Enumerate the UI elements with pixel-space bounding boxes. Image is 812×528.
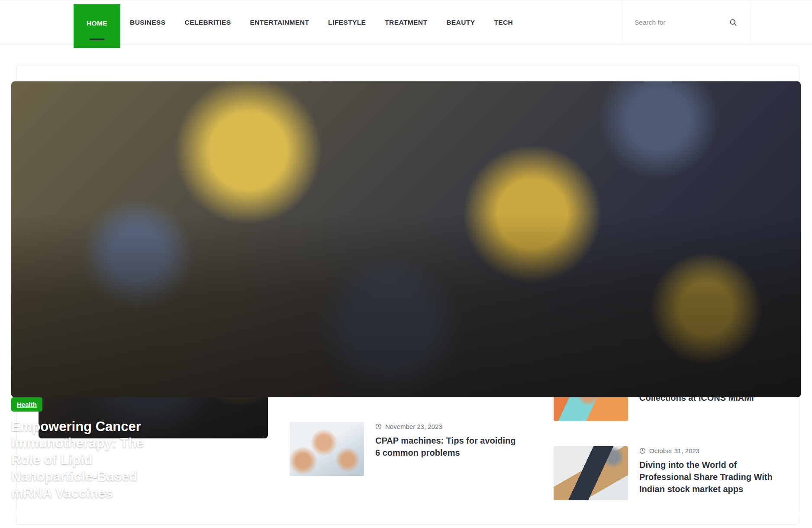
- search-icon[interactable]: [729, 18, 738, 27]
- nav-link-lifestyle[interactable]: LIFESTYLE: [328, 19, 366, 26]
- featured-overlay: Health Empowering Cancer Immunotherapy: …: [0, 81, 812, 528]
- main-menu: HOME BUSINESS CELEBRITIES ENTERTAINMENT …: [74, 0, 532, 45]
- nav-link-business[interactable]: BUSINESS: [130, 19, 165, 26]
- nav-link-tech[interactable]: TECH: [494, 19, 513, 26]
- nav-item-business[interactable]: BUSINESS: [130, 0, 165, 45]
- nav-link-entertainment[interactable]: ENTERTAINMENT: [250, 19, 309, 26]
- person-circle-icon: [11, 510, 19, 518]
- featured-fire: 4: [788, 510, 801, 518]
- nav-item-home[interactable]: HOME: [74, 4, 120, 48]
- search-input[interactable]: [635, 19, 724, 26]
- flame-icon: [788, 510, 794, 518]
- featured-article: Health Empowering Cancer Immunotherapy: …: [39, 122, 268, 500]
- nav-link-celebrities[interactable]: CELEBRITIES: [185, 19, 231, 26]
- featured-meta: Jason April 29, 2024: [11, 510, 801, 518]
- featured-fire-count: 4: [797, 510, 801, 518]
- featured-author-name: Jason: [22, 510, 40, 518]
- nav-item-beauty[interactable]: BEAUTY: [446, 0, 475, 45]
- latest-news-card: Latest News All Blog Business Celebritie…: [16, 65, 799, 525]
- featured-date: April 29, 2024: [48, 510, 100, 518]
- featured-article-title[interactable]: Empowering Cancer Immunotherapy: The Rol…: [11, 419, 167, 502]
- articles-grid: Health Empowering Cancer Immunotherapy: …: [39, 122, 777, 500]
- nav-item-entertainment[interactable]: ENTERTAINMENT: [250, 0, 309, 45]
- nav-link-treatment[interactable]: TREATMENT: [385, 19, 427, 26]
- nav-item-tech[interactable]: TECH: [494, 0, 513, 45]
- featured-article-image[interactable]: [11, 81, 801, 397]
- nav-item-lifestyle[interactable]: LIFESTYLE: [328, 0, 366, 45]
- top-navbar: HOME BUSINESS CELEBRITIES ENTERTAINMENT …: [0, 0, 812, 45]
- nav-item-celebrities[interactable]: CELEBRITIES: [185, 0, 231, 45]
- nav-link-beauty[interactable]: BEAUTY: [446, 19, 475, 26]
- category-badge[interactable]: Health: [11, 397, 42, 412]
- page: HOME BUSINESS CELEBRITIES ENTERTAINMENT …: [0, 0, 812, 528]
- featured-author[interactable]: Jason: [11, 510, 40, 518]
- search-form: [623, 3, 749, 42]
- speech-bubble-icon: [767, 510, 774, 518]
- featured-comments-count: 0: [777, 510, 780, 518]
- clock-icon: [48, 511, 55, 518]
- nav-link-home[interactable]: HOME: [87, 19, 107, 27]
- featured-comments: 0: [767, 510, 780, 518]
- nav-item-treatment[interactable]: TREATMENT: [385, 0, 427, 45]
- featured-date-text: April 29, 2024: [58, 510, 100, 518]
